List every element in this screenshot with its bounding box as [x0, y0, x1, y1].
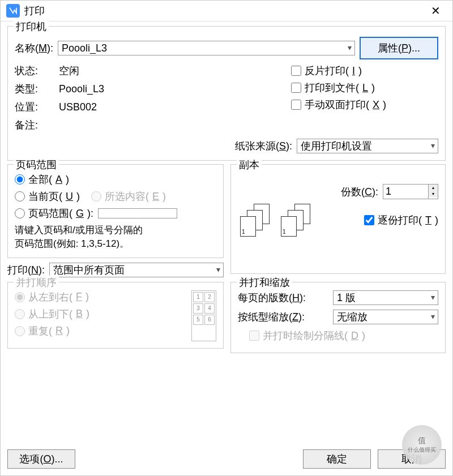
print-order-group: 并打顺序 从左到右(F) 从上到下(B) 重复(R) 123456 — [7, 282, 224, 349]
range-hint2: 页码范围(例如: 1,3,5-12)。 — [15, 237, 216, 251]
print-what-label: 打印(N): — [7, 263, 45, 277]
order-lr-radio: 从左到右(F) — [15, 290, 186, 304]
button-bar: 选项(O)... 确定 取消 — [1, 446, 452, 475]
divider-checkbox: 并打时绘制分隔线(D) — [249, 329, 438, 342]
scaling-group: 并打和缩放 每页的版数(H): 1 版 按纸型缩放(Z): 无缩放 并打时绘制分… — [230, 282, 446, 353]
paper-source-select[interactable]: 使用打印机设置 — [297, 139, 438, 153]
range-pages-radio[interactable]: 页码范围(G): — [15, 207, 93, 220]
manual-duplex-checkbox[interactable]: 手动双面打印(X) — [291, 98, 438, 112]
titlebar: 打印 ✕ — [1, 1, 452, 22]
cancel-button[interactable]: 取消 — [378, 449, 446, 469]
status-label: 状态: — [15, 64, 54, 78]
order-repeat-radio: 重复(R) — [15, 324, 186, 338]
printer-select[interactable]: Poooli_L3 — [58, 41, 355, 55]
pages-input[interactable] — [98, 208, 177, 218]
status-value: 空闲 — [59, 64, 79, 78]
app-icon — [6, 4, 20, 18]
properties-button[interactable]: 属性(P)... — [360, 37, 438, 59]
type-label: 类型: — [15, 82, 54, 96]
order-preview-icon: 123456 — [191, 290, 216, 341]
name-label: 名称(M): — [15, 41, 53, 55]
per-sheet-select[interactable]: 1 版 — [333, 290, 438, 305]
collate-icon: 321 — [238, 204, 272, 240]
copies-spinner[interactable]: ▴▾ — [383, 184, 438, 199]
scaling-legend: 并打和缩放 — [237, 276, 292, 289]
print-dialog: 打印 ✕ 打印机 名称(M): Poooli_L3 属性(P)... 状态:空闲… — [0, 0, 453, 476]
printer-group: 打印机 名称(M): Poooli_L3 属性(P)... 状态:空闲 类型:P… — [7, 26, 446, 161]
copies-legend: 副本 — [237, 158, 262, 171]
scale-label: 按纸型缩放(Z): — [238, 310, 328, 324]
range-selection-radio: 所选内容(E) — [91, 190, 166, 203]
invert-checkbox[interactable]: 反片打印(I) — [291, 64, 438, 78]
print-what-select[interactable]: 范围中所有页面 — [49, 263, 224, 277]
close-button[interactable]: ✕ — [424, 4, 447, 18]
order-tb-radio: 从上到下(B) — [15, 307, 186, 321]
copies-label: 份数(C): — [341, 185, 378, 199]
print-order-legend: 并打顺序 — [14, 276, 59, 289]
range-all-radio[interactable]: 全部(A) — [15, 173, 216, 186]
scale-select[interactable]: 无缩放 — [333, 310, 438, 324]
printer-legend: 打印机 — [14, 20, 49, 33]
spin-up-icon[interactable]: ▴ — [429, 185, 438, 191]
type-value: Poooli_L3 — [59, 83, 104, 95]
paper-source-label: 纸张来源(S): — [235, 139, 292, 153]
where-value: USB002 — [59, 101, 97, 113]
range-current-radio[interactable]: 当前页(U) — [15, 190, 80, 203]
print-to-file-checkbox[interactable]: 打印到文件(L) — [291, 81, 438, 95]
copies-input[interactable] — [383, 184, 428, 199]
where-label: 位置: — [15, 100, 54, 114]
ok-button[interactable]: 确定 — [303, 449, 371, 469]
window-title: 打印 — [24, 4, 424, 18]
comment-label: 备注: — [15, 118, 54, 132]
collate-icon-2: 321 — [279, 204, 313, 240]
per-sheet-label: 每页的版数(H): — [238, 291, 328, 305]
range-hint1: 请键入页码和/或用逗号分隔的 — [15, 224, 216, 237]
range-legend: 页码范围 — [14, 158, 59, 171]
spin-down-icon[interactable]: ▾ — [429, 191, 438, 197]
collate-checkbox[interactable]: 逐份打印(T) — [364, 213, 438, 227]
copies-group: 副本 份数(C): ▴▾ 321 321 — [230, 164, 446, 274]
range-group: 页码范围 全部(A) 当前页(U) 所选内容(E) 页码范围(G): 请键入页码… — [7, 164, 224, 258]
options-button[interactable]: 选项(O)... — [7, 449, 75, 469]
